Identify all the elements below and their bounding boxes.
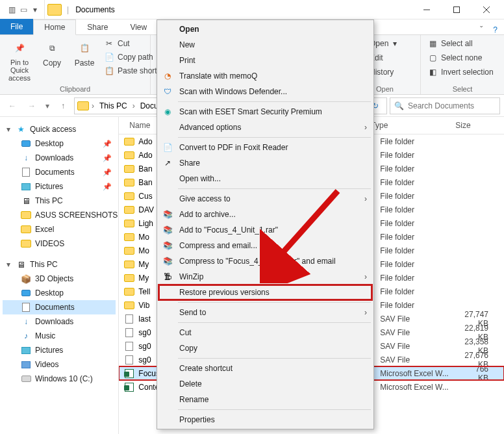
sidebar-videos-quick[interactable]: VIDEOS [3,236,116,251]
close-button[interactable] [472,0,501,19]
tab-file[interactable]: File [0,19,33,34]
paste-label: Paste [75,58,95,68]
sidebar-downloads[interactable]: Downloads📌 [3,151,116,165]
sidebar-desktop[interactable]: Desktop📌 [3,136,116,151]
file-icon [124,220,134,227]
file-icon [124,247,134,255]
ctx-advanced[interactable]: Advanced options› [158,120,372,135]
tab-share[interactable]: Share [76,19,119,34]
sidebar-documents2[interactable]: Documents [3,300,116,314]
ctx-new[interactable]: New [158,37,372,53]
sidebar-documents[interactable]: Documents📌 [3,165,116,179]
ctx-defender[interactable]: 🛡Scan with Windows Defender... [158,84,372,99]
file-type: File folder [380,246,464,255]
ctx-delete[interactable]: Delete [158,376,372,392]
file-icon [124,233,134,241]
sidebar-3dobjects[interactable]: 3D Objects [3,272,116,286]
ctx-shortcut[interactable]: Create shortcut [158,361,372,376]
pin-label: Pin to Quick access [8,58,31,82]
sidebar-music[interactable]: Music [3,329,116,343]
navigation-pane: ▾Quick access Desktop📌 Downloads📌 Docume… [0,117,119,434]
chevron-right-icon: › [364,272,367,281]
breadcrumb-folder-icon [77,101,89,110]
search-input[interactable] [408,101,496,110]
nav-recent-button[interactable]: ▾ [43,97,52,114]
ctx-print[interactable]: Print [158,53,372,68]
memoq-icon: ◔ [161,70,174,82]
copy-button[interactable]: ⧉ Copy [38,38,66,69]
file-icon [124,288,134,296]
sidebar-thispc[interactable]: ▾This PC [3,257,116,272]
ctx-cut[interactable]: Cut [158,325,372,340]
sidebar-pictures[interactable]: Pictures📌 [3,179,116,194]
ctx-properties[interactable]: Properties [158,412,372,428]
ctx-eset[interactable]: ◉Scan with ESET Smart Security Premium [158,104,372,120]
copy-label: Copy [43,58,61,68]
nav-back-button[interactable]: ← [4,97,21,114]
foxit-icon: 📄 [161,142,174,153]
ctx-winzip[interactable]: 🗜WinZip› [158,269,372,285]
ctx-addarchive[interactable]: 📚Add to archive... [158,207,372,222]
file-icon [125,369,134,378]
select-all-button[interactable]: ▦Select all [426,38,495,49]
sidebar-excel[interactable]: Excel [3,222,116,236]
qa-properties-icon[interactable]: ▥ [6,5,17,15]
file-type: File folder [380,260,464,269]
videos-icon [21,361,31,368]
pin-to-quick-access-button[interactable]: 📌 Pin to Quick access [5,38,34,83]
maximize-button[interactable] [442,0,472,19]
sidebar-cdrive[interactable]: Windows 10 (C:) [3,372,116,386]
nav-forward-button[interactable]: → [23,97,40,114]
sidebar-desktop2[interactable]: Desktop [3,286,116,300]
winrar-icon: 📚 [161,224,174,236]
sidebar-videos2[interactable]: Videos [3,357,116,372]
ctx-sendto[interactable]: Send to› [158,305,372,320]
breadcrumb-sep[interactable]: › [131,101,136,110]
documents-icon [22,168,30,177]
breadcrumb-thispc[interactable]: This PC [97,101,130,110]
chevron-right-icon: › [364,308,367,317]
file-icon [125,355,133,364]
ribbon-collapse-icon[interactable]: ˇ [480,25,483,34]
sidebar-downloads2[interactable]: Downloads [3,314,116,329]
search-box[interactable]: 🔍 [390,97,500,114]
ctx-compressto[interactable]: 📚Compress to "Focus_4_Unit_1.rar" and em… [158,253,372,269]
ctx-openwith[interactable]: Open with... [158,171,372,186]
file-type: File folder [380,151,464,160]
column-type[interactable]: Type [366,117,450,134]
column-size[interactable]: Size [450,117,504,134]
nav-up-button[interactable]: ↑ [55,97,71,114]
ctx-giveaccess[interactable]: Give access to› [158,191,372,207]
ctx-compressemail[interactable]: 📚Compress and email... [158,238,372,253]
sidebar-quick-access[interactable]: ▾Quick access [3,122,116,136]
clipboard-group-label: Clipboard [5,84,145,93]
sidebar-asus[interactable]: ASUS SCREENSHOTS [3,208,116,222]
file-icon [125,383,134,392]
ctx-addrar[interactable]: 📚Add to "Focus_4_Unit_1.rar" [158,222,372,238]
qa-new-icon[interactable]: ▭ [18,5,29,15]
sidebar-pictures2[interactable]: Pictures [3,343,116,357]
help-icon[interactable]: ? [493,25,498,34]
ctx-restore-previous-versions[interactable]: Restore previous versions [158,285,372,300]
qa-dropdown-icon[interactable]: ▾ [30,5,40,15]
minimize-button[interactable] [412,0,442,19]
share-icon: ↗ [161,157,174,169]
select-none-button[interactable]: ▢Select none [426,52,495,64]
cut-icon: ✂ [104,38,114,49]
ctx-memoq[interactable]: ◔Translate with memoQ [158,68,372,84]
ctx-copy[interactable]: Copy [158,340,372,356]
file-type: File folder [380,219,464,228]
ctx-share[interactable]: ↗Share [158,155,372,171]
ctx-foxit[interactable]: 📄Convert to PDF in Foxit Reader [158,140,372,155]
breadcrumb-sep[interactable]: › [90,101,95,110]
tab-view[interactable]: View [119,19,158,34]
ctx-rename[interactable]: Rename [158,392,372,407]
tab-home[interactable]: Home [33,19,76,35]
ctx-open[interactable]: Open [158,21,372,37]
copy-icon: ⧉ [43,39,61,57]
sidebar-thispc-quick[interactable]: This PC [3,194,116,208]
search-icon: 🔍 [394,101,404,110]
invert-selection-button[interactable]: ◧Invert selection [426,66,495,78]
file-type: File folder [380,178,464,187]
paste-button[interactable]: 📋 Paste [70,38,99,69]
